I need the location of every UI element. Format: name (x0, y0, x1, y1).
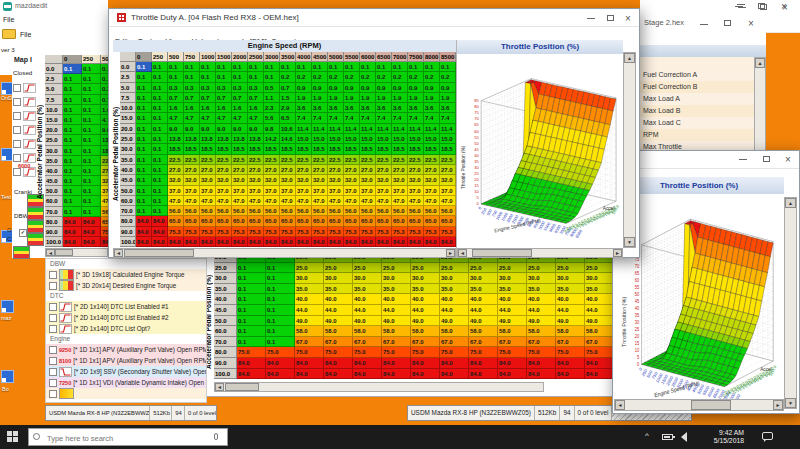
stage2-map-item[interactable]: RPM (628, 129, 754, 141)
table-cell[interactable]: 0.2 (440, 72, 456, 82)
table-cell[interactable]: 1.6 (216, 103, 232, 113)
table-cell[interactable]: 1.9 (424, 93, 440, 103)
table-cell[interactable]: 0.7 (184, 93, 200, 103)
table-cell[interactable]: 40.0 (469, 294, 498, 305)
table-cell[interactable]: 3.6 (440, 103, 456, 113)
table-cell[interactable]: 18.5 (101, 146, 108, 156)
table-cell[interactable]: 3.6 (344, 103, 360, 113)
scroll-right-arrow[interactable]: ► (613, 249, 622, 257)
table-cell[interactable]: 84.0 (168, 237, 184, 247)
row-header[interactable]: 45.0 (120, 175, 136, 185)
table-cell[interactable]: 1.6 (200, 103, 216, 113)
table-cell[interactable]: 18.5 (168, 144, 184, 154)
checkbox[interactable] (49, 379, 57, 387)
table-cell[interactable]: 9.0 (184, 124, 200, 134)
table-cell[interactable]: 0.2 (296, 72, 312, 82)
column-header[interactable]: 3500 (280, 52, 296, 62)
table-cell[interactable]: 0.9 (296, 83, 312, 93)
table-cell[interactable]: 22.5 (296, 155, 312, 165)
stage2-map-item[interactable]: Fuel Correction B (628, 81, 754, 93)
table-cell[interactable]: 47.0 (200, 196, 216, 206)
table-cell[interactable]: 32.0 (296, 175, 312, 185)
table-cell[interactable]: 47.0 (101, 196, 108, 206)
table-cell[interactable]: 1.9 (360, 93, 376, 103)
table-cell[interactable]: 0.1 (237, 263, 266, 274)
table-cell[interactable]: 47.0 (248, 196, 264, 206)
table-cell[interactable]: 0.9 (424, 83, 440, 93)
row-header[interactable]: 50.0 (214, 316, 237, 327)
table-cell[interactable]: 0.2 (392, 72, 408, 82)
table-cell[interactable]: 18.5 (184, 144, 200, 154)
table-cell[interactable]: 30.0 (469, 273, 498, 284)
table-cell[interactable]: 0.3 (248, 83, 264, 93)
table-cell[interactable]: 65.0 (328, 216, 344, 226)
table-cell[interactable]: 67.0 (411, 337, 440, 348)
table-cell[interactable]: 32.0 (168, 175, 184, 185)
table-cell[interactable]: 37.0 (248, 186, 264, 196)
table-cell[interactable]: 0.1 (152, 134, 168, 144)
map-list-item[interactable] (13, 95, 36, 109)
table-cell[interactable]: 65.0 (168, 216, 184, 226)
table-cell[interactable]: 0.1 (82, 105, 101, 115)
scroll-down-arrow[interactable]: ▼ (785, 398, 796, 408)
row-header[interactable]: 70.0 (45, 207, 63, 217)
row-header[interactable]: 50.0 (120, 186, 136, 196)
table-cell[interactable]: 11.4 (440, 124, 456, 134)
table-cell[interactable]: 0.1 (344, 62, 360, 72)
table-cell[interactable]: 35.0 (556, 284, 585, 295)
table-cell[interactable]: 75.0 (266, 347, 295, 358)
table-cell[interactable]: 0.1 (63, 176, 82, 186)
table-cell[interactable]: 56.0 (440, 206, 456, 216)
table-cell[interactable]: 18.5 (328, 144, 344, 154)
table-cell[interactable]: 40.0 (498, 294, 527, 305)
table-cell[interactable]: 27.0 (312, 165, 328, 175)
table-cell[interactable]: 0.1 (63, 207, 82, 217)
table-cell[interactable]: 0.1 (312, 62, 328, 72)
maximize-button[interactable] (724, 20, 731, 26)
table-cell[interactable]: 0.1 (136, 144, 152, 154)
scroll-down-arrow[interactable]: ▼ (624, 237, 635, 247)
table-cell[interactable]: 58.0 (295, 326, 324, 337)
table-cell[interactable]: 35.0 (411, 284, 440, 295)
table-cell[interactable]: 13.8 (232, 134, 248, 144)
checkbox[interactable] (49, 390, 57, 398)
table-cell[interactable]: 84.0 (440, 369, 469, 380)
table-cell[interactable]: 40.0 (295, 294, 324, 305)
table-cell[interactable]: 15.0 (328, 134, 344, 144)
column-header[interactable]: 1500 (216, 52, 232, 62)
table-cell[interactable]: 0.1 (63, 64, 82, 74)
row-header[interactable]: 25.0 (120, 134, 136, 144)
table-cell[interactable]: 0.1 (63, 115, 82, 125)
table-cell[interactable]: 35.0 (324, 284, 353, 295)
table-cell[interactable]: 27.0 (184, 165, 200, 175)
table-cell[interactable]: 47.0 (408, 196, 424, 206)
table-cell[interactable]: 0.1 (63, 166, 82, 176)
row-header[interactable]: 0.0 (120, 62, 136, 72)
table-cell[interactable]: 75.3 (248, 227, 264, 237)
table-cell[interactable]: 84.0 (469, 358, 498, 369)
table-cell[interactable]: 7.4 (440, 113, 456, 123)
table-cell[interactable]: 47.0 (296, 196, 312, 206)
table-cell[interactable]: 3.6 (312, 103, 328, 113)
table-cell[interactable]: 56.0 (248, 206, 264, 216)
table-cell[interactable]: 75.3 (296, 227, 312, 237)
table-cell[interactable]: 37.0 (216, 186, 232, 196)
close-button[interactable]: × (781, 4, 787, 10)
table-cell[interactable]: 44.0 (324, 305, 353, 316)
table-cell[interactable]: 75.0 (324, 347, 353, 358)
table-cell[interactable]: 47.0 (424, 196, 440, 206)
table-cell[interactable]: 0.1 (136, 93, 152, 103)
table-cell[interactable]: 0.9 (344, 83, 360, 93)
table-cell[interactable]: 58.0 (440, 326, 469, 337)
table-cell[interactable]: 65.0 (248, 216, 264, 226)
table-cell[interactable]: 3.6 (408, 103, 424, 113)
table-cell[interactable]: 0.1 (248, 72, 264, 82)
map-list-item[interactable] (13, 137, 36, 151)
row-header[interactable]: 90.0 (45, 227, 63, 237)
table-cell[interactable]: 0.9 (328, 83, 344, 93)
table-cell[interactable]: 84.0 (585, 358, 612, 369)
row-header[interactable]: 10.0 (45, 105, 63, 115)
table-cell[interactable]: 0.1 (266, 263, 295, 274)
table-cell[interactable]: 32.0 (280, 175, 296, 185)
row-header[interactable]: 90.0 (214, 358, 237, 369)
